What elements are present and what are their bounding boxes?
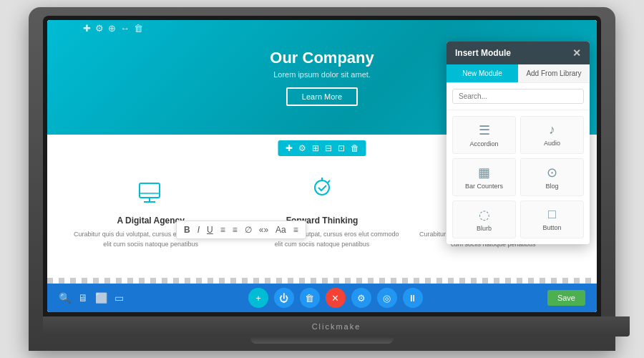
blurb-icon: ◌ <box>457 207 512 223</box>
toolbar-left: 🔍 🖥 ⬜ ▭ <box>59 292 124 304</box>
bottom-toolbar: 🔍 🖥 ⬜ ▭ + ⏻ 🗑 ✕ ⚙ ◎ ⏸ <box>47 284 597 312</box>
module-bar-counters[interactable]: ▦ Bar Counters <box>452 158 516 196</box>
tab-new-module[interactable]: New Module <box>447 64 518 82</box>
module-audio[interactable]: ♪ Audio <box>520 116 584 154</box>
mobile-icon[interactable]: ▭ <box>114 292 124 304</box>
col-delete-icon[interactable]: 🗑 <box>351 143 359 153</box>
module-accordion[interactable]: ☰ Accordion <box>452 116 516 154</box>
search-input[interactable] <box>452 89 584 104</box>
module-button[interactable]: □ Button <box>520 200 584 238</box>
trash-button[interactable]: 🗑 <box>300 288 320 308</box>
bar-counters-label: Bar Counters <box>457 183 512 190</box>
power-button[interactable]: ⏻ <box>274 288 294 308</box>
hero-edit-toolbar: ✚ ⚙ ⊕ ↔ 🗑 <box>83 23 143 34</box>
text-editor-toolbar: B I U ≡ ≡ ∅ «» Aa ≡ <box>176 221 306 239</box>
columns-edit-bar: ✚ ⚙ ⊞ ⊟ ⊡ 🗑 <box>278 140 366 156</box>
laptop-screen: ✚ ⚙ ⊕ ↔ 🗑 Our Company Lorem ipsum dolor … <box>47 20 597 312</box>
plus-icon[interactable]: ✚ <box>83 23 91 34</box>
accordion-icon: ☰ <box>457 122 512 138</box>
col-layout-icon[interactable]: ⊞ <box>312 143 319 153</box>
screen-bezel: ✚ ⚙ ⊕ ↔ 🗑 Our Company Lorem ipsum dolor … <box>43 16 601 316</box>
align-center-icon[interactable]: ≡ <box>231 224 239 236</box>
panel-modules-grid: ☰ Accordion ♪ Audio ▦ Bar Counters <box>447 110 590 244</box>
column-2: Forward Thinking Curabitur quis dui volu… <box>240 170 404 256</box>
quote-icon[interactable]: «» <box>258 224 270 236</box>
blog-icon: ⊙ <box>525 165 580 180</box>
col-columns-icon[interactable]: ⊟ <box>325 143 332 153</box>
panel-close-button[interactable]: ✕ <box>572 47 581 59</box>
svg-point-4 <box>315 180 329 195</box>
col1-icon <box>72 178 229 210</box>
blog-label: Blog <box>525 183 580 190</box>
module-blog[interactable]: ⊙ Blog <box>520 158 584 196</box>
underline-icon[interactable]: U <box>205 224 215 236</box>
blurb-label: Blurb <box>457 225 512 232</box>
pause-button[interactable]: ⏸ <box>403 288 423 308</box>
toolbar-right: Save <box>547 290 585 306</box>
module-blurb[interactable]: ◌ Blurb <box>452 200 516 238</box>
website-content: ✚ ⚙ ⊕ ↔ 🗑 Our Company Lorem ipsum dolor … <box>47 20 597 312</box>
insert-module-panel: Insert Module ✕ New Module Add From Libr… <box>447 42 590 244</box>
add-button[interactable]: + <box>248 288 268 308</box>
col-settings-icon[interactable]: ⚙ <box>298 143 306 153</box>
laptop-shell: ✚ ⚙ ⊕ ↔ 🗑 Our Company Lorem ipsum dolor … <box>29 7 615 351</box>
svg-rect-0 <box>140 183 160 198</box>
panel-title: Insert Module <box>455 48 511 58</box>
copy-icon[interactable]: ⊕ <box>108 23 116 34</box>
panel-search-area <box>447 83 590 110</box>
settings-button[interactable]: ⚙ <box>351 288 371 308</box>
settings-icon[interactable]: ⚙ <box>95 23 104 34</box>
panel-tabs: New Module Add From Library <box>447 64 590 83</box>
col2-icon <box>243 178 400 210</box>
svg-line-6 <box>328 180 330 183</box>
hero-subtitle: Lorem ipsum dolor sit amet. <box>273 70 371 79</box>
modules-grid: ☰ Accordion ♪ Audio ▦ Bar Counters <box>452 116 584 238</box>
col-move-icon[interactable]: ⊡ <box>338 143 345 153</box>
audio-label: Audio <box>525 140 580 147</box>
tab-from-library[interactable]: Add From Library <box>518 64 590 82</box>
list-icon[interactable]: ≡ <box>292 224 300 236</box>
accordion-label: Accordion <box>457 140 512 147</box>
audio-icon: ♪ <box>525 122 580 137</box>
monitor-icon[interactable]: 🖥 <box>78 292 88 304</box>
laptop-stand <box>250 337 394 344</box>
panel-header: Insert Module ✕ <box>447 42 590 64</box>
delete-icon[interactable]: 🗑 <box>134 23 143 34</box>
column-1: A Digital Agency Curabitur quis dui volu… <box>69 170 233 256</box>
laptop-brand-label: Clickmake <box>312 322 361 331</box>
col-plus-icon[interactable]: ✚ <box>286 143 293 153</box>
search-icon[interactable]: 🔍 <box>59 292 71 304</box>
bar-counters-icon: ▦ <box>457 165 512 180</box>
align-left-icon[interactable]: ≡ <box>219 224 227 236</box>
button-icon: □ <box>525 207 580 222</box>
link-icon[interactable]: ∅ <box>243 224 253 236</box>
hero-cta-button[interactable]: Learn More <box>286 87 358 106</box>
laptop-bottom-bar: Clickmake <box>43 316 630 337</box>
toolbar-center: + ⏻ 🗑 ✕ ⚙ ◎ ⏸ <box>248 288 423 308</box>
save-button[interactable]: Save <box>547 290 585 306</box>
bold-icon[interactable]: B <box>182 224 192 236</box>
move-icon[interactable]: ↔ <box>120 23 130 34</box>
close-button[interactable]: ✕ <box>326 288 346 308</box>
hero-title: Our Company <box>270 49 374 67</box>
tablet-icon[interactable]: ⬜ <box>95 292 107 304</box>
font-icon[interactable]: Aa <box>274 224 288 236</box>
italic-icon[interactable]: I <box>196 224 201 236</box>
button-label: Button <box>525 224 580 231</box>
target-button[interactable]: ◎ <box>377 288 397 308</box>
